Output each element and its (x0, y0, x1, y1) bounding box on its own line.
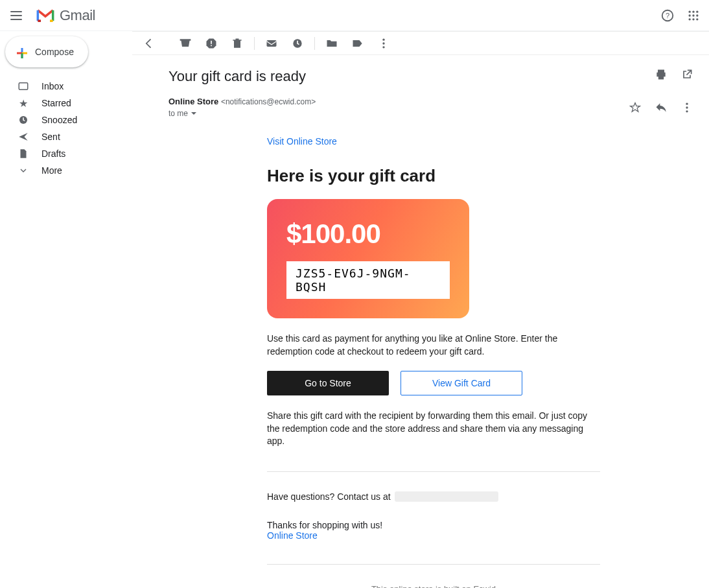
report-spam-icon[interactable] (205, 37, 218, 50)
svg-text:?: ? (666, 11, 669, 19)
gift-code: JZS5-EV6J-9NGM-BQSH (286, 261, 450, 299)
divider (267, 564, 600, 565)
email-heading: Here is your gift card (267, 166, 600, 186)
recipient-toggle[interactable]: to me (169, 109, 316, 118)
sidebar-item-drafts[interactable]: Drafts (5, 145, 132, 162)
snooze-icon[interactable] (291, 37, 304, 50)
footer-text: This online store is built on Ecwid (267, 584, 600, 588)
svg-point-18 (382, 42, 384, 44)
inbox-icon (17, 80, 30, 93)
svg-point-3 (692, 10, 694, 12)
view-gift-card-button[interactable]: View Gift Card (401, 371, 522, 395)
sidebar-item-sent[interactable]: Sent (5, 128, 132, 145)
back-icon[interactable] (143, 37, 156, 50)
sidebar-item-label: Inbox (41, 81, 64, 91)
svg-point-20 (686, 102, 688, 104)
sidebar-item-label: More (41, 165, 62, 176)
share-instructions: Share this gift card with the recipient … (267, 410, 600, 448)
sidebar-item-starred[interactable]: ★ Starred (5, 95, 132, 112)
app-name: Gmail (60, 7, 95, 24)
reply-icon[interactable] (655, 101, 668, 114)
sender-line: Online Store <notifications@ecwid.com> (169, 97, 316, 106)
chevron-down-icon (17, 164, 30, 177)
help-icon[interactable]: ? (660, 8, 675, 23)
go-to-store-button[interactable]: Go to Store (267, 371, 389, 395)
menu-icon[interactable] (10, 8, 26, 23)
apps-grid-icon[interactable] (686, 8, 701, 23)
file-icon (17, 147, 30, 160)
print-icon[interactable] (655, 68, 668, 81)
email-subject: Your gift card is ready (169, 68, 306, 85)
compose-label: Compose (35, 47, 74, 57)
sidebar-item-label: Drafts (41, 148, 65, 159)
send-icon (17, 130, 30, 143)
move-to-icon[interactable] (325, 37, 338, 50)
more-icon[interactable] (377, 37, 390, 50)
sidebar-item-label: Starred (41, 98, 71, 108)
gift-description: Use this card as payment for anything yo… (267, 333, 600, 358)
gift-card: $100.00 JZS5-EV6J-9NGM-BQSH (267, 199, 469, 318)
sidebar-item-snoozed[interactable]: Snoozed (5, 112, 132, 128)
mark-unread-icon[interactable] (265, 37, 278, 50)
compose-button[interactable]: Compose (5, 36, 88, 67)
svg-rect-11 (19, 83, 28, 90)
svg-point-21 (686, 106, 688, 108)
svg-point-8 (689, 18, 691, 20)
more-message-icon[interactable] (680, 101, 693, 114)
sidebar-item-more[interactable]: More (5, 162, 132, 179)
svg-point-19 (382, 46, 384, 48)
svg-rect-13 (211, 40, 212, 43)
delete-icon[interactable] (231, 37, 244, 50)
svg-point-2 (689, 10, 691, 12)
svg-point-10 (696, 18, 698, 20)
svg-point-4 (696, 10, 698, 12)
visit-store-link[interactable]: Visit Online Store (267, 136, 337, 147)
svg-point-9 (692, 18, 694, 20)
star-message-icon[interactable] (629, 101, 642, 114)
plus-icon (14, 45, 27, 58)
archive-icon[interactable] (179, 37, 192, 50)
svg-point-6 (692, 14, 694, 16)
labels-icon[interactable] (351, 37, 364, 50)
open-new-window-icon[interactable] (680, 68, 693, 81)
sidebar-item-label: Sent (41, 132, 60, 142)
redacted-contact (395, 491, 498, 502)
svg-point-5 (689, 14, 691, 16)
svg-rect-15 (267, 40, 277, 47)
sidebar-item-inbox[interactable]: Inbox (5, 78, 132, 95)
svg-point-17 (382, 38, 384, 40)
thanks-line: Thanks for shopping with us! (267, 520, 600, 530)
svg-point-7 (696, 14, 698, 16)
sidebar-item-label: Snoozed (41, 115, 77, 125)
sender-name: Online Store (169, 97, 218, 106)
svg-point-22 (686, 110, 688, 112)
store-link[interactable]: Online Store (267, 530, 600, 541)
gift-amount: $100.00 (286, 218, 380, 250)
contact-line: Have questions? Contact us at (267, 491, 600, 502)
divider (267, 471, 600, 472)
star-icon: ★ (17, 97, 30, 110)
sender-email: <notifications@ecwid.com> (221, 97, 316, 106)
clock-icon (17, 113, 30, 126)
gmail-logo[interactable]: Gmail (36, 7, 95, 24)
svg-rect-14 (211, 45, 212, 46)
